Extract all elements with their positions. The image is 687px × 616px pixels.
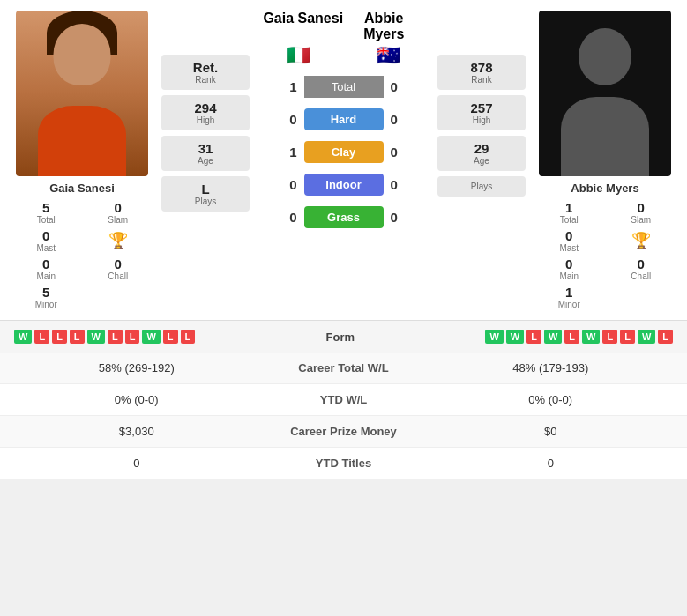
- left-plays-box: L Plays: [161, 176, 250, 212]
- right-form-badges: WWLWLWLLWL: [485, 330, 673, 344]
- stat-left-1: 0% (0-0): [18, 393, 256, 406]
- photo-body: [38, 106, 126, 176]
- score-left-grass: 0: [278, 210, 304, 225]
- stat-right-3: 0: [432, 456, 670, 470]
- left-form-badges: WLLLWLLWLL: [14, 330, 195, 344]
- form-badge: W: [485, 330, 503, 344]
- right-slam-stat: 0 Slam: [609, 200, 674, 225]
- stat-right-1: 0% (0-0): [432, 393, 670, 406]
- right-plays-label: Plays: [446, 182, 517, 191]
- form-badge: L: [108, 330, 123, 344]
- left-plays-value: L: [170, 182, 241, 197]
- stat-row-3: 0 YTD Titles 0: [0, 448, 687, 479]
- right-minor-value: 1: [565, 285, 572, 300]
- form-badge: L: [34, 330, 49, 344]
- score-left-indoor: 0: [278, 177, 304, 192]
- left-player-name: Gaia Sanesi: [49, 182, 115, 195]
- right-flag: 🇦🇺: [377, 44, 400, 67]
- stat-right-0: 48% (179-193): [432, 361, 670, 375]
- left-player-stats: 5 Total 0 Slam 0 Mast 🏆 0 Main: [14, 200, 151, 309]
- left-age-box: 31 Age: [161, 136, 250, 171]
- total-label: Total: [304, 76, 384, 98]
- right-high-value: 257: [446, 100, 517, 115]
- stat-right-2: $0: [432, 425, 670, 438]
- surface-row-grass: 0 Grass 0: [278, 206, 410, 228]
- right-minor-stat: 1 Minor: [537, 285, 602, 309]
- left-high-box: 294 High: [161, 95, 250, 130]
- left-slam-label: Slam: [108, 215, 128, 225]
- left-rank-box: Ret. Rank: [161, 55, 250, 90]
- surface-badge-grass: Grass: [304, 206, 384, 228]
- left-name-center: Gaia Sanesi: [263, 11, 344, 42]
- surface-row-hard: 0 Hard 0: [278, 108, 410, 130]
- right-player-stats: 1 Total 0 Slam 0 Mast 🏆 0 Main: [537, 200, 674, 309]
- left-trophy-icon: 🏆: [108, 231, 128, 250]
- form-badge: L: [125, 330, 140, 344]
- form-section: WLLLWLLWLL Form WWLWLWLLWL: [0, 320, 687, 353]
- main-container: Gaia Sanesi 5 Total 0 Slam 0 Mast 🏆: [0, 0, 687, 479]
- left-mast-label: Mast: [36, 243, 56, 253]
- stat-center-3: YTD Titles: [256, 456, 432, 470]
- left-main-value: 0: [42, 256, 49, 271]
- left-chall-stat: 0 Chall: [86, 256, 151, 281]
- left-rank-value: Ret.: [170, 60, 241, 75]
- form-badge: L: [564, 330, 579, 344]
- form-badge: L: [658, 330, 673, 344]
- score-right-indoor: 0: [384, 177, 410, 192]
- right-main-stat: 0 Main: [537, 256, 602, 281]
- form-label: Form: [326, 330, 355, 344]
- right-plays-box: Plays: [437, 176, 526, 197]
- form-badge: W: [142, 330, 160, 344]
- right-high-box: 257 High: [437, 95, 526, 130]
- top-area: Gaia Sanesi 5 Total 0 Slam 0 Mast 🏆: [0, 0, 687, 320]
- form-badge: L: [526, 330, 541, 344]
- left-total-stat: 5 Total: [14, 200, 79, 225]
- left-flag: 🇮🇹: [287, 44, 310, 67]
- total-score-right: 0: [384, 79, 410, 94]
- total-score-left: 1: [278, 79, 304, 94]
- left-chall-value: 0: [115, 256, 122, 271]
- score-left-hard: 0: [278, 112, 304, 127]
- right-age-box: 29 Age: [437, 136, 526, 171]
- right-chall-stat: 0 Chall: [609, 256, 674, 281]
- right-rank-value: 878: [446, 60, 517, 75]
- right-main-value: 0: [565, 256, 572, 271]
- surface-row-indoor: 0 Indoor 0: [278, 174, 410, 196]
- score-right-hard: 0: [384, 112, 410, 127]
- left-mast-stat: 0 Mast: [14, 228, 79, 253]
- center-column: Gaia Sanesi Abbie Myers 🇮🇹 🇦🇺 1 Total 0 …: [254, 11, 433, 309]
- right-mast-stat: 0 Mast: [537, 228, 602, 253]
- left-age-label: Age: [170, 156, 241, 166]
- right-total-value: 1: [565, 200, 572, 215]
- form-badge: L: [163, 330, 178, 344]
- left-stats-column: Ret. Rank 294 High 31 Age L Plays: [157, 11, 254, 309]
- right-player-column: Abbie Myers 1 Total 0 Slam 0 Mast 🏆: [530, 11, 680, 309]
- silhouette-head: [579, 28, 631, 85]
- right-trophy: 🏆: [609, 228, 674, 253]
- right-mast-value: 0: [565, 228, 572, 243]
- right-rank-label: Rank: [446, 75, 517, 85]
- left-high-value: 294: [170, 100, 241, 115]
- form-badge: W: [582, 330, 600, 344]
- right-chall-value: 0: [638, 256, 645, 271]
- form-badge: W: [638, 330, 655, 344]
- form-badge: L: [70, 330, 85, 344]
- right-age-label: Age: [446, 156, 517, 166]
- stat-left-0: 58% (269-192): [18, 361, 256, 375]
- right-slam-label: Slam: [631, 215, 651, 225]
- left-plays-label: Plays: [170, 197, 241, 206]
- form-badge: L: [181, 330, 196, 344]
- left-rank-label: Rank: [170, 75, 241, 85]
- stat-left-2: $3,030: [18, 425, 256, 438]
- surface-row-clay: 1 Clay 0: [278, 141, 410, 163]
- right-mast-label: Mast: [559, 243, 579, 253]
- stat-row-0: 58% (269-192) Career Total W/L 48% (179-…: [0, 353, 687, 384]
- right-rank-box: 878 Rank: [437, 55, 526, 90]
- left-age-value: 31: [170, 141, 241, 156]
- left-minor-stat: 5 Minor: [14, 285, 79, 309]
- right-player-photo: [539, 11, 671, 176]
- left-high-label: High: [170, 115, 241, 125]
- stat-row-1: 0% (0-0) YTD W/L 0% (0-0): [0, 384, 687, 416]
- left-trophy: 🏆: [86, 228, 151, 253]
- right-main-label: Main: [559, 271, 579, 281]
